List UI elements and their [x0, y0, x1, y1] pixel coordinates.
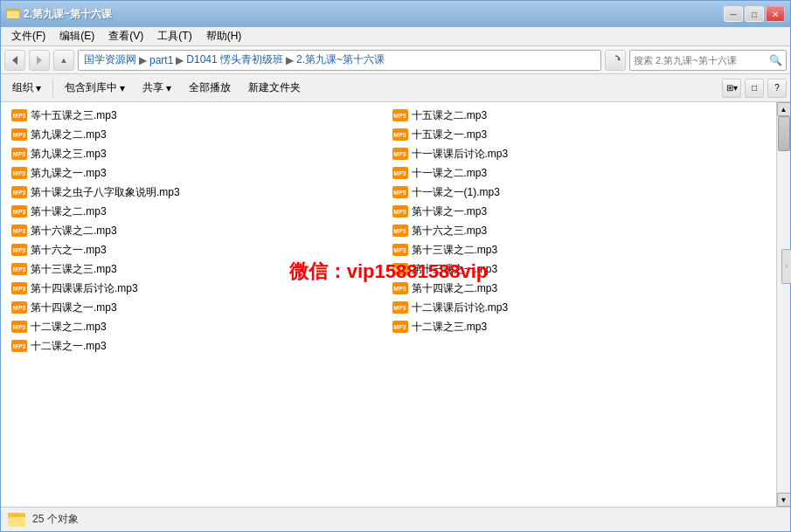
- file-item[interactable]: MP3十五课之二.mp3: [389, 106, 770, 125]
- refresh-button[interactable]: [605, 50, 626, 71]
- mp3-icon: MP3: [11, 167, 27, 179]
- scrollbar[interactable]: ▲ ▼ ›: [776, 102, 790, 507]
- mp3-icon: MP3: [11, 205, 27, 218]
- back-button[interactable]: [4, 50, 25, 71]
- title-bar: 2.第九课~第十六课 ─ □ ✕: [1, 1, 790, 27]
- file-item[interactable]: MP3第十四课课后讨论.mp3: [8, 279, 389, 298]
- breadcrumb-item-3[interactable]: D1041 愣头青初级班: [186, 52, 283, 67]
- mp3-icon: MP3: [392, 128, 408, 141]
- new-folder-button[interactable]: 新建文件夹: [240, 77, 309, 100]
- file-item[interactable]: MP3第九课之二.mp3: [8, 125, 389, 144]
- file-name: 十一课课后讨论.mp3: [412, 147, 509, 162]
- mp3-icon: MP3: [11, 321, 27, 333]
- breadcrumb-item-2[interactable]: part1: [149, 54, 173, 66]
- search-box[interactable]: 🔍: [629, 50, 787, 71]
- file-item[interactable]: MP3第十六之一.mp3: [8, 240, 389, 259]
- mp3-icon: MP3: [392, 109, 408, 121]
- details-pane-button[interactable]: ?: [767, 79, 787, 98]
- file-item[interactable]: MP3第十三课之一.mp3: [389, 259, 770, 279]
- file-name: 十二课课后讨论.mp3: [412, 301, 509, 315]
- play-all-button[interactable]: 全部播放: [181, 77, 239, 100]
- file-name: 十五课之一.mp3: [412, 128, 488, 142]
- maximize-button[interactable]: □: [745, 6, 764, 22]
- file-item[interactable]: MP3第十六课之二.mp3: [8, 221, 389, 240]
- file-item[interactable]: MP3第九课之三.mp3: [8, 144, 389, 163]
- file-item[interactable]: MP3十二课之三.mp3: [389, 317, 770, 336]
- menu-help[interactable]: 帮助(H): [199, 27, 249, 45]
- file-name: 第十课之一.mp3: [412, 204, 488, 219]
- search-input[interactable]: [634, 55, 769, 66]
- file-item[interactable]: MP3等十五课之三.mp3: [8, 106, 389, 125]
- file-name: 第十四课课后讨论.mp3: [31, 281, 138, 296]
- title-bar-left: 2.第九课~第十六课: [6, 7, 112, 22]
- menu-edit[interactable]: 编辑(E): [52, 27, 101, 45]
- menu-bar: 文件(F) 编辑(E) 查看(V) 工具(T) 帮助(H): [1, 27, 790, 46]
- file-item[interactable]: MP3第十课之一.mp3: [389, 202, 770, 221]
- file-item[interactable]: MP3第十三课之三.mp3: [8, 259, 389, 279]
- file-item[interactable]: MP3第十课之二.mp3: [8, 202, 389, 221]
- minimize-button[interactable]: ─: [724, 6, 743, 22]
- status-folder-icon: [8, 513, 25, 527]
- mp3-icon: MP3: [392, 282, 408, 294]
- file-name: 十二课之二.mp3: [31, 320, 107, 335]
- file-item[interactable]: MP3第十三课之二.mp3: [389, 240, 770, 259]
- preview-pane-button[interactable]: □: [745, 79, 764, 98]
- scroll-track[interactable]: [778, 116, 790, 493]
- toolbar: 组织 ▾ 包含到库中 ▾ 共享 ▾ 全部播放 新建文件夹 ⊞▾ □ ?: [1, 74, 790, 102]
- breadcrumb-item-1[interactable]: 国学资源网: [84, 52, 136, 67]
- breadcrumb-item-4[interactable]: 2.第九课~第十六课: [296, 52, 385, 67]
- scroll-down-arrow[interactable]: ▼: [777, 493, 791, 507]
- toolbar-separator-1: [52, 79, 53, 97]
- organize-button[interactable]: 组织 ▾: [4, 77, 49, 100]
- mp3-icon: MP3: [392, 244, 408, 256]
- mp3-icon: MP3: [11, 244, 27, 256]
- close-button[interactable]: ✕: [766, 6, 785, 22]
- file-name: 第十三课之三.mp3: [31, 262, 117, 277]
- status-count: 25 个对象: [32, 512, 79, 527]
- mp3-icon: MP3: [11, 109, 27, 121]
- file-name: 十五课之二.mp3: [412, 108, 488, 123]
- file-item[interactable]: MP3第十课之虫子八字取象说明.mp3: [8, 183, 389, 202]
- mp3-icon: MP3: [11, 282, 27, 294]
- file-item[interactable]: MP3第十六之三.mp3: [389, 221, 770, 240]
- mp3-icon: MP3: [392, 148, 408, 160]
- menu-file[interactable]: 文件(F): [4, 27, 52, 45]
- file-item[interactable]: MP3十一课之一(1).mp3: [389, 183, 770, 202]
- title-bar-controls: ─ □ ✕: [724, 6, 785, 22]
- svg-rect-7: [8, 514, 15, 517]
- file-name: 十二课之三.mp3: [412, 320, 488, 335]
- view-options-button[interactable]: ⊞▾: [722, 79, 741, 98]
- mp3-icon: MP3: [11, 263, 27, 275]
- window-title: 2.第九课~第十六课: [24, 7, 112, 22]
- window-icon: [6, 7, 20, 21]
- search-icon[interactable]: 🔍: [769, 54, 782, 66]
- file-name: 第十四课之二.mp3: [412, 281, 498, 296]
- file-item[interactable]: MP3第九课之一.mp3: [8, 163, 389, 183]
- menu-tools[interactable]: 工具(T): [150, 27, 198, 45]
- svg-marker-3: [37, 56, 42, 65]
- share-button[interactable]: 共享 ▾: [135, 77, 179, 100]
- file-name: 十一课之二.mp3: [412, 166, 488, 181]
- file-item[interactable]: MP3十二课之一.mp3: [8, 336, 389, 356]
- svg-rect-1: [7, 11, 19, 18]
- file-item[interactable]: MP3十二课课后讨论.mp3: [389, 298, 770, 317]
- file-name: 等十五课之三.mp3: [31, 108, 117, 123]
- up-button[interactable]: ▲: [53, 50, 74, 71]
- file-item[interactable]: MP3十一课之二.mp3: [389, 163, 770, 183]
- address-bar: ▲ 国学资源网 ▶ part1 ▶ D1041 愣头青初级班 ▶ 2.第九课~第…: [1, 46, 790, 74]
- menu-view[interactable]: 查看(V): [101, 27, 150, 45]
- breadcrumb[interactable]: 国学资源网 ▶ part1 ▶ D1041 愣头青初级班 ▶ 2.第九课~第十六…: [78, 50, 601, 71]
- file-item[interactable]: MP3十五课之一.mp3: [389, 125, 770, 144]
- include-library-button[interactable]: 包含到库中 ▾: [57, 77, 133, 100]
- mp3-icon: MP3: [11, 225, 27, 237]
- resize-handle[interactable]: ›: [781, 249, 790, 284]
- file-item[interactable]: MP3十二课之二.mp3: [8, 317, 389, 336]
- forward-button[interactable]: [29, 50, 50, 71]
- scroll-thumb[interactable]: [778, 116, 790, 151]
- file-name: 第十课之虫子八字取象说明.mp3: [31, 185, 180, 200]
- file-item[interactable]: MP3第十四课之二.mp3: [389, 279, 770, 298]
- scroll-up-arrow[interactable]: ▲: [777, 102, 791, 116]
- content-area: MP3等十五课之三.mp3MP3十五课之二.mp3MP3第九课之二.mp3MP3…: [1, 102, 790, 507]
- file-item[interactable]: MP3十一课课后讨论.mp3: [389, 144, 770, 163]
- file-item[interactable]: MP3第十四课之一.mp3: [8, 298, 389, 317]
